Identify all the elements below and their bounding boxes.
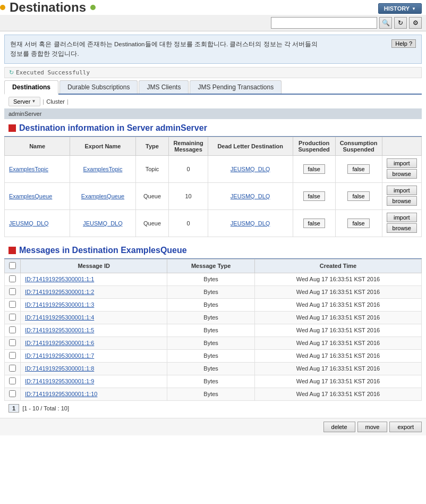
col-actions [382, 137, 421, 155]
msg-table-row: ID:7141919295300001:1:2 Bytes Wed Aug 17… [5, 285, 422, 298]
dest-export-link[interactable]: ExamplesTopic [83, 166, 122, 172]
msg-created: Wed Aug 17 16:33:51 KST 2016 [254, 362, 421, 375]
col-consumption-suspended: Consumption Suspended [335, 137, 382, 155]
cons-suspended-btn: false [347, 191, 369, 201]
msg-id-link[interactable]: ID:7141919295300001:1:3 [21, 298, 167, 311]
delete-button[interactable]: delete [323, 422, 355, 432]
messages-section: Messages in Destination ExamplesQueue Me… [4, 241, 422, 401]
row-checkbox[interactable] [9, 377, 16, 384]
row-checkbox[interactable] [9, 390, 16, 397]
history-label: HISTORY [384, 5, 410, 12]
msg-id-link[interactable]: ID:7141919295300001:1:2 [21, 285, 167, 298]
dest-name-link[interactable]: ExamplesQueue [9, 193, 52, 199]
row-checkbox[interactable] [9, 275, 16, 282]
search-input[interactable] [271, 17, 377, 29]
page-title-area: Destinations [0, 0, 426, 15]
msg-type: Bytes [167, 285, 255, 298]
sub-divider: | [42, 98, 44, 105]
tab-jms-pending-transactions[interactable]: JMS Pending Transactions [190, 80, 282, 94]
msg-created: Wed Aug 17 16:33:51 KST 2016 [254, 311, 421, 324]
server-label: Server [13, 98, 30, 105]
info-text-1: 현재 서버 혹은 클러스터에 존재하는 Destination들에 대한 정보를… [10, 39, 416, 49]
prod-suspended-btn: false [303, 219, 325, 228]
status-icon: ↻ [9, 69, 14, 76]
destination-table: Name Export Name Type Remaining Messages… [4, 137, 422, 237]
info-text-2: 정보를 종합한 것입니다. [10, 49, 416, 58]
row-checkbox[interactable] [9, 352, 16, 359]
header: HISTORY ▼ Destinations [0, 0, 426, 15]
msg-id-link[interactable]: ID:7141919295300001:1:7 [21, 349, 167, 362]
msg-type: Bytes [167, 388, 255, 400]
row-checkbox[interactable] [9, 365, 16, 372]
tab-destinations[interactable]: Destinations [4, 80, 58, 95]
browse-button[interactable]: browse [387, 196, 417, 206]
dest-export-link[interactable]: JEUSMQ_DLQ [83, 220, 123, 226]
status-bar: ↻ Executed Successfully [4, 67, 422, 78]
msg-created: Wed Aug 17 16:33:51 KST 2016 [254, 388, 421, 400]
col-message-type: Message Type [167, 259, 255, 273]
msg-created: Wed Aug 17 16:33:51 KST 2016 [254, 375, 421, 388]
tab-durable-subscriptions[interactable]: Durable Subscriptions [59, 80, 138, 94]
browse-button[interactable]: browse [387, 223, 417, 233]
page-number[interactable]: 1 [8, 404, 19, 413]
move-button[interactable]: move [357, 422, 388, 432]
msg-created: Wed Aug 17 16:33:51 KST 2016 [254, 349, 421, 362]
server-dropdown-button[interactable]: Server ▼ [8, 97, 40, 106]
export-button[interactable]: export [389, 422, 422, 432]
row-checkbox[interactable] [9, 301, 16, 308]
browse-button[interactable]: browse [387, 169, 417, 179]
help-label: Help [395, 40, 407, 47]
msg-type: Bytes [167, 324, 255, 337]
sub-divider2: | [67, 98, 69, 105]
search-button[interactable]: 🔍 [379, 17, 392, 29]
dest-dead-letter-link[interactable]: JEUSMQ_DLQ [231, 193, 270, 199]
messages-section-icon [8, 247, 16, 254]
col-checkbox [5, 259, 21, 273]
row-checkbox[interactable] [9, 339, 16, 346]
history-button[interactable]: HISTORY ▼ [378, 3, 422, 14]
status-message: Executed Successfully [16, 69, 90, 76]
help-button[interactable]: Help ? [391, 39, 416, 48]
msg-type: Bytes [167, 349, 255, 362]
dest-table-row: JEUSMQ_DLQ JEUSMQ_DLQ Queue 0 JEUSMQ_DLQ… [5, 209, 422, 237]
refresh-button[interactable]: ↻ [394, 17, 407, 29]
dest-name-link[interactable]: JEUSMQ_DLQ [9, 220, 49, 226]
dest-dead-letter-link[interactable]: JEUSMQ_DLQ [231, 220, 270, 226]
top-toolbar: 🔍 ↻ ⚙ [0, 15, 426, 31]
row-checkbox[interactable] [9, 326, 16, 333]
col-production-suspended: Production Suspended [293, 137, 335, 155]
msg-created: Wed Aug 17 16:33:51 KST 2016 [254, 273, 421, 285]
dest-type: Topic [135, 155, 169, 182]
row-checkbox[interactable] [9, 288, 16, 295]
tab-jms-clients[interactable]: JMS Clients [139, 80, 189, 94]
dest-remaining: 0 [169, 209, 208, 237]
msg-id-link[interactable]: ID:7141919295300001:1:5 [21, 324, 167, 337]
sub-toolbar: Server ▼ | Cluster | [8, 97, 418, 106]
settings-button[interactable]: ⚙ [409, 17, 422, 29]
tabs-bar: Destinations Durable Subscriptions JMS C… [4, 80, 422, 95]
msg-id-link[interactable]: ID:7141919295300001:1:8 [21, 362, 167, 375]
dest-dead-letter-link[interactable]: JEUSMQ_DLQ [231, 166, 270, 172]
cons-suspended-btn: false [347, 164, 369, 174]
dest-export-link[interactable]: ExamplesQueue [81, 193, 124, 199]
msg-table-row: ID:7141919295300001:1:1 Bytes Wed Aug 17… [5, 273, 422, 285]
import-button[interactable]: import [387, 186, 417, 195]
col-remaining: Remaining Messages [169, 137, 208, 155]
dest-name-link[interactable]: ExamplesTopic [9, 166, 48, 172]
col-name: Name [5, 137, 70, 155]
import-button[interactable]: import [387, 158, 417, 168]
col-dead-letter: Dead Letter Destination [208, 137, 293, 155]
server-section-label: adminServer [8, 111, 41, 117]
row-checkbox[interactable] [9, 314, 16, 321]
msg-table-row: ID:7141919295300001:1:7 Bytes Wed Aug 17… [5, 349, 422, 362]
select-all-checkbox[interactable] [9, 262, 16, 269]
msg-id-link[interactable]: ID:7141919295300001:1:4 [21, 311, 167, 324]
dest-type: Queue [135, 209, 169, 237]
page-title: Destinations [10, 0, 86, 15]
msg-id-link[interactable]: ID:7141919295300001:1:1 [21, 273, 167, 285]
import-button[interactable]: import [387, 213, 417, 222]
msg-id-link[interactable]: ID:7141919295300001:1:6 [21, 337, 167, 349]
msg-id-link[interactable]: ID:7141919295300001:1:10 [21, 388, 167, 400]
msg-created: Wed Aug 17 16:33:51 KST 2016 [254, 324, 421, 337]
msg-id-link[interactable]: ID:7141919295300001:1:9 [21, 375, 167, 388]
